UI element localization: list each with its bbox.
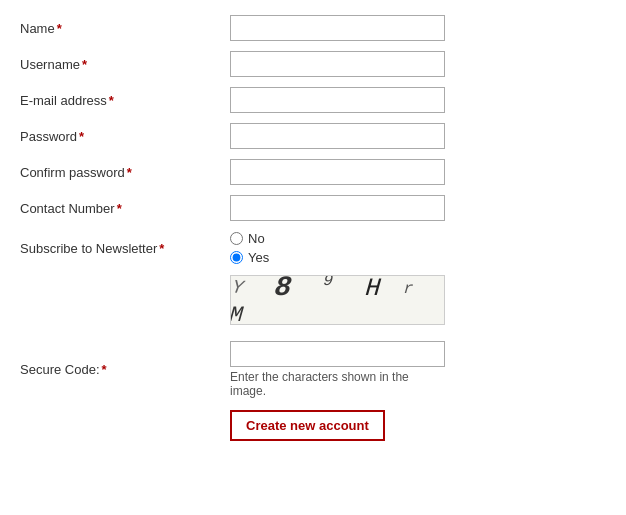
confirm-password-input[interactable] [230,159,445,185]
contact-label: Contact Number* [20,201,230,216]
name-required: * [57,21,62,36]
captcha-image: Y 8 9 H r M [230,275,445,325]
secure-code-row: Secure Code:* Enter the characters shown… [20,341,606,398]
email-required: * [109,93,114,108]
newsletter-radio-group: No Yes [230,231,269,265]
email-label: E-mail address* [20,93,230,108]
confirm-password-row: Confirm password* [20,159,606,185]
username-row: Username* [20,51,606,77]
newsletter-no-radio[interactable] [230,232,243,245]
captcha-text: Y 8 9 H r M [230,275,445,325]
newsletter-row: Subscribe to Newsletter* No Yes [20,231,606,265]
newsletter-no-item: No [230,231,269,246]
password-input[interactable] [230,123,445,149]
username-label: Username* [20,57,230,72]
confirm-password-label: Confirm password* [20,165,230,180]
name-input[interactable] [230,15,445,41]
contact-row: Contact Number* [20,195,606,221]
newsletter-yes-item: Yes [230,250,269,265]
submit-row: Create new account [20,410,606,441]
name-row: Name* [20,15,606,41]
username-required: * [82,57,87,72]
create-account-button[interactable]: Create new account [230,410,385,441]
contact-required: * [117,201,122,216]
contact-input[interactable] [230,195,445,221]
newsletter-label: Subscribe to Newsletter* [20,241,230,256]
username-input[interactable] [230,51,445,77]
captcha-hint: Enter the characters shown in the image. [230,370,445,398]
secure-code-label: Secure Code:* [20,362,230,377]
captcha-image-row: Y 8 9 H r M [20,275,606,331]
newsletter-yes-radio[interactable] [230,251,243,264]
password-row: Password* [20,123,606,149]
secure-code-container: Enter the characters shown in the image. [230,341,445,398]
email-input[interactable] [230,87,445,113]
password-label: Password* [20,129,230,144]
secure-code-required: * [102,362,107,377]
newsletter-required: * [159,241,164,256]
password-required: * [79,129,84,144]
name-label: Name* [20,21,230,36]
newsletter-no-label: No [248,231,265,246]
confirm-password-required: * [127,165,132,180]
newsletter-yes-label: Yes [248,250,269,265]
email-row: E-mail address* [20,87,606,113]
secure-code-input[interactable] [230,341,445,367]
